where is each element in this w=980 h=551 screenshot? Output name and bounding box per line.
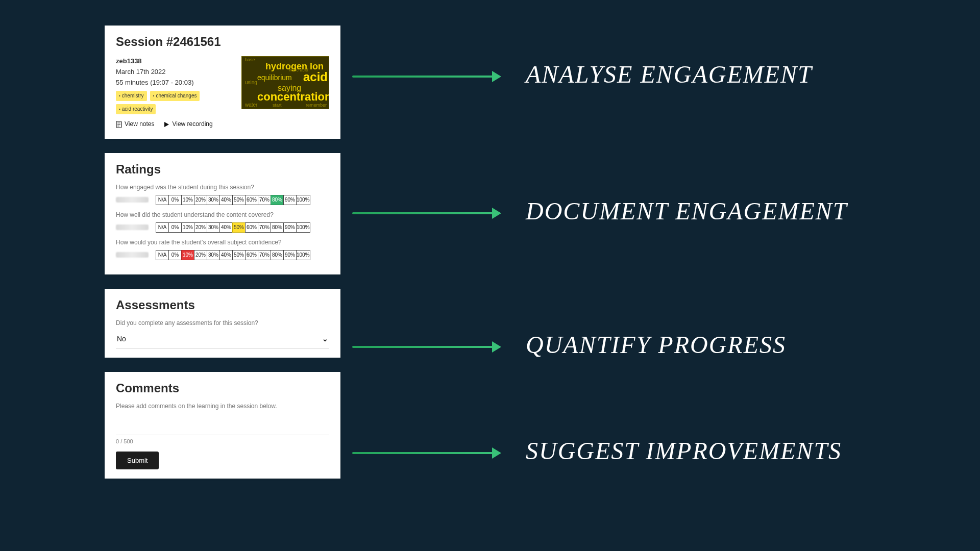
scale-q1[interactable]: N/A0%10%20%30%40%50%60%70%80%90%100% — [156, 195, 310, 205]
wc-concentration: concentration — [257, 91, 329, 103]
scale-cell[interactable]: 40% — [219, 250, 233, 260]
comments-prompt: Please add comments on the learning in t… — [116, 403, 329, 410]
callout-analyse: ANALYSE ENGAGEMENT — [526, 60, 813, 88]
submit-button[interactable]: Submit — [116, 452, 159, 469]
wc-base: base — [245, 58, 255, 62]
scale-cell[interactable]: 10% — [181, 195, 194, 205]
ratings-card: Ratings How engaged was the student duri… — [105, 153, 340, 274]
scale-cell[interactable]: 60% — [245, 195, 258, 205]
scale-cell[interactable]: 40% — [219, 222, 233, 233]
wc-acid: acid — [303, 71, 328, 83]
ratings-q2: How well did the student understand the … — [116, 211, 329, 218]
wc-remember: remember — [306, 103, 327, 108]
arrow-document — [352, 212, 500, 214]
session-meta: zeb1338 March 17th 2022 55 minutes (19:0… — [116, 56, 241, 130]
assessments-value: No — [117, 335, 126, 343]
assessments-card: Assessments Did you complete any assessm… — [105, 289, 340, 358]
assessments-title: Assessments — [116, 298, 329, 312]
scale-cell[interactable]: 40% — [219, 195, 233, 205]
scale-cell[interactable]: 90% — [283, 222, 297, 233]
ratings-title: Ratings — [116, 162, 329, 177]
scale-cell[interactable]: 0% — [168, 250, 182, 260]
play-icon — [163, 121, 169, 128]
scale-cell[interactable]: 100% — [296, 250, 310, 260]
scale-cell[interactable]: 80% — [271, 222, 284, 233]
session-title: Session #2461561 — [116, 35, 329, 49]
scale-cell[interactable]: 30% — [207, 250, 220, 260]
scale-cell[interactable]: 20% — [194, 250, 207, 260]
session-tags: chemistry chemical changes acid reactivi… — [116, 91, 241, 114]
ratings-q1: How engaged was the student during this … — [116, 184, 329, 191]
wc-using: using — [245, 80, 257, 85]
comments-textarea[interactable] — [116, 412, 329, 435]
comments-counter: 0 / 500 — [116, 438, 329, 444]
scale-cell[interactable]: 70% — [258, 222, 271, 233]
scale-cell[interactable]: 0% — [168, 222, 182, 233]
scale-cell[interactable]: 60% — [245, 250, 258, 260]
scale-cell[interactable]: 80% — [271, 195, 284, 205]
chevron-down-icon: ⌄ — [322, 335, 328, 343]
wordcloud: base hydrogen ion nitric acid equilibriu… — [241, 56, 329, 109]
scale-cell[interactable]: 70% — [258, 250, 271, 260]
wc-start: start — [273, 103, 282, 108]
scale-cell[interactable]: 70% — [258, 195, 271, 205]
callout-quantify: QUANTIFY PROGRESS — [526, 331, 786, 359]
scale-cell[interactable]: N/A — [156, 195, 169, 205]
scale-cell[interactable]: 100% — [296, 195, 310, 205]
callout-document: DOCUMENT ENGAGEMENT — [526, 197, 847, 225]
scale-cell[interactable]: 0% — [168, 195, 182, 205]
assessments-select[interactable]: No ⌄ — [116, 332, 329, 348]
arrow-quantify — [352, 346, 500, 348]
view-recording-label: View recording — [172, 119, 212, 129]
rater-name-blurred — [116, 197, 149, 203]
scale-cell[interactable]: 90% — [283, 195, 297, 205]
scale-cell[interactable]: 20% — [194, 195, 207, 205]
view-notes-link[interactable]: View notes — [116, 119, 154, 129]
arrow-suggest — [352, 452, 500, 454]
wc-equilibrium: equilibrium — [257, 74, 292, 81]
ratings-q3: How would you rate the student's overall… — [116, 239, 329, 246]
scale-cell[interactable]: N/A — [156, 250, 169, 260]
scale-cell[interactable]: 10% — [181, 222, 194, 233]
session-date: March 17th 2022 — [116, 67, 241, 78]
view-recording-link[interactable]: View recording — [163, 119, 212, 129]
scale-cell[interactable]: 50% — [232, 250, 246, 260]
scale-cell[interactable]: 50% — [232, 195, 246, 205]
session-duration: 55 minutes (19:07 - 20:03) — [116, 78, 241, 88]
scale-cell[interactable]: 80% — [271, 250, 284, 260]
rater-name-blurred — [116, 252, 149, 258]
scale-cell[interactable]: 50% — [232, 222, 246, 233]
scale-q3[interactable]: N/A0%10%20%30%40%50%60%70%80%90%100% — [156, 250, 310, 260]
scale-cell[interactable]: 60% — [245, 222, 258, 233]
tag-chemistry[interactable]: chemistry — [116, 91, 147, 101]
arrow-analyse — [352, 76, 500, 78]
scale-cell[interactable]: N/A — [156, 222, 169, 233]
scale-cell[interactable]: 30% — [207, 195, 220, 205]
scale-cell[interactable]: 30% — [207, 222, 220, 233]
view-notes-label: View notes — [125, 119, 154, 129]
tag-acid-reactivity[interactable]: acid reactivity — [116, 104, 156, 114]
rater-name-blurred — [116, 224, 149, 230]
wc-water: water — [245, 103, 257, 108]
session-card: Session #2461561 zeb1338 March 17th 2022… — [105, 26, 340, 139]
callout-suggest: SUGGEST IMPROVEMENTS — [526, 437, 842, 465]
session-username: zeb1338 — [116, 56, 241, 67]
scale-cell[interactable]: 90% — [283, 250, 297, 260]
notes-icon — [116, 121, 122, 128]
tag-chemical-changes[interactable]: chemical changes — [150, 91, 200, 101]
scale-cell[interactable]: 100% — [296, 222, 310, 233]
scale-cell[interactable]: 10% — [181, 250, 194, 260]
assessments-question: Did you complete any assessments for thi… — [116, 319, 329, 327]
scale-q2[interactable]: N/A0%10%20%30%40%50%60%70%80%90%100% — [156, 222, 310, 233]
scale-cell[interactable]: 20% — [194, 222, 207, 233]
comments-card: Comments Please add comments on the lear… — [105, 372, 340, 479]
comments-title: Comments — [116, 381, 329, 395]
